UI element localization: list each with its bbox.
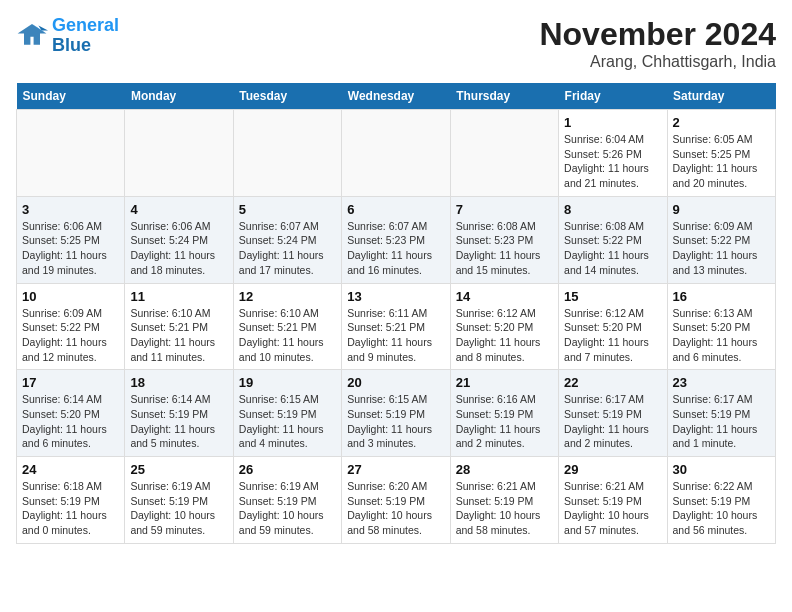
day-info: Sunrise: 6:17 AM Sunset: 5:19 PM Dayligh… (564, 392, 661, 451)
logo: General Blue (16, 16, 119, 56)
day-number: 19 (239, 375, 336, 390)
logo-icon (16, 22, 48, 50)
calendar-cell: 5Sunrise: 6:07 AM Sunset: 5:24 PM Daylig… (233, 196, 341, 283)
calendar-cell: 21Sunrise: 6:16 AM Sunset: 5:19 PM Dayli… (450, 370, 558, 457)
weekday-header: Monday (125, 83, 233, 110)
day-number: 25 (130, 462, 227, 477)
day-info: Sunrise: 6:08 AM Sunset: 5:23 PM Dayligh… (456, 219, 553, 278)
page-subtitle: Arang, Chhattisgarh, India (539, 53, 776, 71)
day-info: Sunrise: 6:09 AM Sunset: 5:22 PM Dayligh… (673, 219, 770, 278)
weekday-header: Thursday (450, 83, 558, 110)
header: General Blue November 2024 Arang, Chhatt… (16, 16, 776, 71)
day-info: Sunrise: 6:14 AM Sunset: 5:19 PM Dayligh… (130, 392, 227, 451)
calendar-cell: 16Sunrise: 6:13 AM Sunset: 5:20 PM Dayli… (667, 283, 775, 370)
calendar-cell: 28Sunrise: 6:21 AM Sunset: 5:19 PM Dayli… (450, 457, 558, 544)
weekday-header: Saturday (667, 83, 775, 110)
day-number: 8 (564, 202, 661, 217)
logo-text: General Blue (52, 16, 119, 56)
day-info: Sunrise: 6:07 AM Sunset: 5:23 PM Dayligh… (347, 219, 444, 278)
weekday-header: Sunday (17, 83, 125, 110)
svg-marker-0 (18, 24, 47, 45)
day-info: Sunrise: 6:13 AM Sunset: 5:20 PM Dayligh… (673, 306, 770, 365)
day-info: Sunrise: 6:18 AM Sunset: 5:19 PM Dayligh… (22, 479, 119, 538)
calendar-cell: 2Sunrise: 6:05 AM Sunset: 5:25 PM Daylig… (667, 110, 775, 197)
calendar-week-row: 3Sunrise: 6:06 AM Sunset: 5:25 PM Daylig… (17, 196, 776, 283)
day-number: 18 (130, 375, 227, 390)
calendar-cell: 8Sunrise: 6:08 AM Sunset: 5:22 PM Daylig… (559, 196, 667, 283)
calendar-cell: 19Sunrise: 6:15 AM Sunset: 5:19 PM Dayli… (233, 370, 341, 457)
calendar-cell (17, 110, 125, 197)
calendar-table: SundayMondayTuesdayWednesdayThursdayFrid… (16, 83, 776, 544)
calendar-cell: 13Sunrise: 6:11 AM Sunset: 5:21 PM Dayli… (342, 283, 450, 370)
day-info: Sunrise: 6:14 AM Sunset: 5:20 PM Dayligh… (22, 392, 119, 451)
day-number: 4 (130, 202, 227, 217)
calendar-week-row: 10Sunrise: 6:09 AM Sunset: 5:22 PM Dayli… (17, 283, 776, 370)
calendar-cell (233, 110, 341, 197)
calendar-cell: 7Sunrise: 6:08 AM Sunset: 5:23 PM Daylig… (450, 196, 558, 283)
day-info: Sunrise: 6:04 AM Sunset: 5:26 PM Dayligh… (564, 132, 661, 191)
day-number: 7 (456, 202, 553, 217)
calendar-cell (342, 110, 450, 197)
day-number: 5 (239, 202, 336, 217)
calendar-cell: 12Sunrise: 6:10 AM Sunset: 5:21 PM Dayli… (233, 283, 341, 370)
day-info: Sunrise: 6:05 AM Sunset: 5:25 PM Dayligh… (673, 132, 770, 191)
day-info: Sunrise: 6:15 AM Sunset: 5:19 PM Dayligh… (347, 392, 444, 451)
calendar-cell: 24Sunrise: 6:18 AM Sunset: 5:19 PM Dayli… (17, 457, 125, 544)
day-number: 27 (347, 462, 444, 477)
day-number: 20 (347, 375, 444, 390)
calendar-cell: 1Sunrise: 6:04 AM Sunset: 5:26 PM Daylig… (559, 110, 667, 197)
day-number: 3 (22, 202, 119, 217)
day-number: 6 (347, 202, 444, 217)
day-number: 13 (347, 289, 444, 304)
day-info: Sunrise: 6:06 AM Sunset: 5:25 PM Dayligh… (22, 219, 119, 278)
calendar-cell: 15Sunrise: 6:12 AM Sunset: 5:20 PM Dayli… (559, 283, 667, 370)
page-title: November 2024 (539, 16, 776, 53)
day-info: Sunrise: 6:08 AM Sunset: 5:22 PM Dayligh… (564, 219, 661, 278)
calendar-cell: 4Sunrise: 6:06 AM Sunset: 5:24 PM Daylig… (125, 196, 233, 283)
weekday-header-row: SundayMondayTuesdayWednesdayThursdayFrid… (17, 83, 776, 110)
calendar-cell: 9Sunrise: 6:09 AM Sunset: 5:22 PM Daylig… (667, 196, 775, 283)
calendar-cell: 11Sunrise: 6:10 AM Sunset: 5:21 PM Dayli… (125, 283, 233, 370)
day-info: Sunrise: 6:22 AM Sunset: 5:19 PM Dayligh… (673, 479, 770, 538)
day-info: Sunrise: 6:20 AM Sunset: 5:19 PM Dayligh… (347, 479, 444, 538)
day-info: Sunrise: 6:12 AM Sunset: 5:20 PM Dayligh… (456, 306, 553, 365)
calendar-cell (125, 110, 233, 197)
day-info: Sunrise: 6:12 AM Sunset: 5:20 PM Dayligh… (564, 306, 661, 365)
calendar-week-row: 17Sunrise: 6:14 AM Sunset: 5:20 PM Dayli… (17, 370, 776, 457)
day-info: Sunrise: 6:19 AM Sunset: 5:19 PM Dayligh… (239, 479, 336, 538)
calendar-week-row: 1Sunrise: 6:04 AM Sunset: 5:26 PM Daylig… (17, 110, 776, 197)
weekday-header: Tuesday (233, 83, 341, 110)
day-info: Sunrise: 6:19 AM Sunset: 5:19 PM Dayligh… (130, 479, 227, 538)
day-number: 22 (564, 375, 661, 390)
day-number: 30 (673, 462, 770, 477)
day-info: Sunrise: 6:07 AM Sunset: 5:24 PM Dayligh… (239, 219, 336, 278)
calendar-cell: 23Sunrise: 6:17 AM Sunset: 5:19 PM Dayli… (667, 370, 775, 457)
calendar-cell: 20Sunrise: 6:15 AM Sunset: 5:19 PM Dayli… (342, 370, 450, 457)
day-number: 28 (456, 462, 553, 477)
calendar-cell (450, 110, 558, 197)
day-number: 29 (564, 462, 661, 477)
day-info: Sunrise: 6:06 AM Sunset: 5:24 PM Dayligh… (130, 219, 227, 278)
day-number: 14 (456, 289, 553, 304)
day-number: 23 (673, 375, 770, 390)
calendar-cell: 10Sunrise: 6:09 AM Sunset: 5:22 PM Dayli… (17, 283, 125, 370)
calendar-cell: 6Sunrise: 6:07 AM Sunset: 5:23 PM Daylig… (342, 196, 450, 283)
calendar-cell: 3Sunrise: 6:06 AM Sunset: 5:25 PM Daylig… (17, 196, 125, 283)
day-info: Sunrise: 6:09 AM Sunset: 5:22 PM Dayligh… (22, 306, 119, 365)
calendar-week-row: 24Sunrise: 6:18 AM Sunset: 5:19 PM Dayli… (17, 457, 776, 544)
day-info: Sunrise: 6:15 AM Sunset: 5:19 PM Dayligh… (239, 392, 336, 451)
weekday-header: Friday (559, 83, 667, 110)
day-info: Sunrise: 6:21 AM Sunset: 5:19 PM Dayligh… (456, 479, 553, 538)
day-number: 24 (22, 462, 119, 477)
day-number: 2 (673, 115, 770, 130)
day-number: 11 (130, 289, 227, 304)
day-info: Sunrise: 6:10 AM Sunset: 5:21 PM Dayligh… (239, 306, 336, 365)
calendar-cell: 26Sunrise: 6:19 AM Sunset: 5:19 PM Dayli… (233, 457, 341, 544)
day-info: Sunrise: 6:16 AM Sunset: 5:19 PM Dayligh… (456, 392, 553, 451)
day-number: 17 (22, 375, 119, 390)
calendar-cell: 30Sunrise: 6:22 AM Sunset: 5:19 PM Dayli… (667, 457, 775, 544)
day-number: 16 (673, 289, 770, 304)
calendar-cell: 29Sunrise: 6:21 AM Sunset: 5:19 PM Dayli… (559, 457, 667, 544)
day-number: 9 (673, 202, 770, 217)
day-number: 26 (239, 462, 336, 477)
